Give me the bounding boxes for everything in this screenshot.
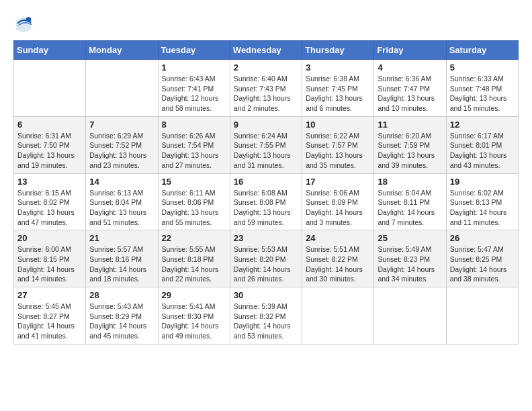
calendar-cell: 22Sunrise: 5:55 AMSunset: 8:18 PMDayligh… [158,230,230,287]
day-number: 4 [378,62,442,73]
day-number: 26 [450,233,515,243]
day-number: 23 [234,233,298,243]
calendar-cell: 6Sunrise: 6:31 AMSunset: 7:50 PMDaylight… [14,116,86,173]
day-number: 15 [162,177,226,187]
day-info: Sunrise: 5:39 AMSunset: 8:32 PMDaylight:… [234,302,298,341]
day-header-thursday: Thursday [302,41,374,60]
day-info: Sunrise: 6:38 AMSunset: 7:45 PMDaylight:… [306,74,370,113]
calendar-cell [86,60,158,117]
day-info: Sunrise: 6:22 AMSunset: 7:57 PMDaylight:… [306,131,370,171]
day-number: 2 [234,62,298,73]
svg-point-2 [26,17,32,22]
calendar-cell: 16Sunrise: 6:08 AMSunset: 8:08 PMDayligh… [230,173,302,230]
calendar-cell: 9Sunrise: 6:24 AMSunset: 7:55 PMDaylight… [230,116,302,173]
calendar-week-4: 20Sunrise: 6:00 AMSunset: 8:15 PMDayligh… [14,230,519,287]
day-number: 21 [89,233,154,243]
day-header-saturday: Saturday [446,41,518,60]
day-number: 7 [89,120,154,130]
day-number: 8 [162,120,226,130]
day-number: 29 [162,290,226,300]
day-number: 12 [450,120,515,130]
day-info: Sunrise: 6:26 AMSunset: 7:54 PMDaylight:… [162,131,226,171]
calendar-cell: 13Sunrise: 6:15 AMSunset: 8:02 PMDayligh… [14,173,86,230]
day-info: Sunrise: 5:49 AMSunset: 8:23 PMDaylight:… [378,244,442,284]
day-info: Sunrise: 6:33 AMSunset: 7:48 PMDaylight:… [450,74,515,113]
calendar-cell: 7Sunrise: 6:29 AMSunset: 7:52 PMDaylight… [86,116,158,173]
logo-icon [13,13,34,34]
day-header-tuesday: Tuesday [158,41,230,60]
day-number: 20 [17,233,82,243]
day-info: Sunrise: 5:47 AMSunset: 8:25 PMDaylight:… [450,244,515,284]
calendar-cell: 1Sunrise: 6:43 AMSunset: 7:41 PMDaylight… [158,60,230,117]
calendar-cell: 24Sunrise: 5:51 AMSunset: 8:22 PMDayligh… [302,230,374,287]
day-info: Sunrise: 6:40 AMSunset: 7:43 PMDaylight:… [234,74,298,113]
day-info: Sunrise: 6:00 AMSunset: 8:15 PMDaylight:… [17,244,82,284]
logo [13,13,36,34]
day-info: Sunrise: 6:17 AMSunset: 8:01 PMDaylight:… [450,131,515,171]
day-info: Sunrise: 6:29 AMSunset: 7:52 PMDaylight:… [89,131,154,171]
calendar-cell: 28Sunrise: 5:43 AMSunset: 8:29 PMDayligh… [86,287,158,345]
calendar-cell: 8Sunrise: 6:26 AMSunset: 7:54 PMDaylight… [158,116,230,173]
day-number: 30 [234,290,298,300]
day-info: Sunrise: 6:36 AMSunset: 7:47 PMDaylight:… [378,74,442,113]
day-info: Sunrise: 5:55 AMSunset: 8:18 PMDaylight:… [162,244,226,284]
day-info: Sunrise: 5:45 AMSunset: 8:27 PMDaylight:… [17,302,82,341]
calendar-week-1: 1Sunrise: 6:43 AMSunset: 7:41 PMDaylight… [14,60,519,117]
day-number: 22 [162,233,226,243]
day-info: Sunrise: 6:13 AMSunset: 8:04 PMDaylight:… [89,188,154,228]
day-info: Sunrise: 5:53 AMSunset: 8:20 PMDaylight:… [234,244,298,284]
calendar-cell: 11Sunrise: 6:20 AMSunset: 7:59 PMDayligh… [374,116,446,173]
page-header [13,13,519,34]
calendar-cell: 4Sunrise: 6:36 AMSunset: 7:47 PMDaylight… [374,60,446,117]
day-number: 28 [89,290,154,300]
day-header-monday: Monday [86,41,158,60]
calendar-cell: 23Sunrise: 5:53 AMSunset: 8:20 PMDayligh… [230,230,302,287]
day-info: Sunrise: 6:04 AMSunset: 8:11 PMDaylight:… [378,188,442,228]
calendar-cell [302,287,374,345]
day-info: Sunrise: 6:20 AMSunset: 7:59 PMDaylight:… [378,131,442,171]
day-number: 10 [306,120,370,130]
day-number: 24 [306,233,370,243]
calendar-cell: 27Sunrise: 5:45 AMSunset: 8:27 PMDayligh… [14,287,86,345]
day-info: Sunrise: 6:02 AMSunset: 8:13 PMDaylight:… [450,188,515,228]
calendar-cell: 18Sunrise: 6:04 AMSunset: 8:11 PMDayligh… [374,173,446,230]
day-number: 16 [234,177,298,187]
calendar-cell: 19Sunrise: 6:02 AMSunset: 8:13 PMDayligh… [446,173,518,230]
day-number: 18 [378,177,442,187]
calendar-cell: 14Sunrise: 6:13 AMSunset: 8:04 PMDayligh… [86,173,158,230]
day-number: 14 [89,177,154,187]
day-number: 6 [17,120,82,130]
calendar-cell: 3Sunrise: 6:38 AMSunset: 7:45 PMDaylight… [302,60,374,117]
day-number: 11 [378,120,442,130]
day-header-wednesday: Wednesday [230,41,302,60]
day-number: 5 [450,62,515,73]
day-number: 1 [162,62,226,73]
calendar-cell: 10Sunrise: 6:22 AMSunset: 7:57 PMDayligh… [302,116,374,173]
day-info: Sunrise: 6:31 AMSunset: 7:50 PMDaylight:… [17,131,82,171]
day-number: 3 [306,62,370,73]
calendar-table: SundayMondayTuesdayWednesdayThursdayFrid… [13,40,519,345]
calendar-cell: 5Sunrise: 6:33 AMSunset: 7:48 PMDaylight… [446,60,518,117]
day-info: Sunrise: 5:51 AMSunset: 8:22 PMDaylight:… [306,244,370,284]
calendar-cell: 15Sunrise: 6:11 AMSunset: 8:06 PMDayligh… [158,173,230,230]
calendar-header-row: SundayMondayTuesdayWednesdayThursdayFrid… [14,41,519,60]
calendar-week-3: 13Sunrise: 6:15 AMSunset: 8:02 PMDayligh… [14,173,519,230]
calendar-cell: 25Sunrise: 5:49 AMSunset: 8:23 PMDayligh… [374,230,446,287]
calendar-cell [374,287,446,345]
calendar-cell: 2Sunrise: 6:40 AMSunset: 7:43 PMDaylight… [230,60,302,117]
day-info: Sunrise: 5:43 AMSunset: 8:29 PMDaylight:… [89,302,154,341]
calendar-cell: 12Sunrise: 6:17 AMSunset: 8:01 PMDayligh… [446,116,518,173]
day-info: Sunrise: 6:43 AMSunset: 7:41 PMDaylight:… [162,74,226,113]
day-info: Sunrise: 6:11 AMSunset: 8:06 PMDaylight:… [162,188,226,228]
day-number: 17 [306,177,370,187]
calendar-cell: 21Sunrise: 5:57 AMSunset: 8:16 PMDayligh… [86,230,158,287]
calendar-cell: 26Sunrise: 5:47 AMSunset: 8:25 PMDayligh… [446,230,518,287]
day-header-friday: Friday [374,41,446,60]
calendar-cell: 17Sunrise: 6:06 AMSunset: 8:09 PMDayligh… [302,173,374,230]
day-number: 9 [234,120,298,130]
calendar-cell: 20Sunrise: 6:00 AMSunset: 8:15 PMDayligh… [14,230,86,287]
day-number: 19 [450,177,515,187]
calendar-week-5: 27Sunrise: 5:45 AMSunset: 8:27 PMDayligh… [14,287,519,345]
day-info: Sunrise: 6:06 AMSunset: 8:09 PMDaylight:… [306,188,370,228]
calendar-cell [14,60,86,117]
